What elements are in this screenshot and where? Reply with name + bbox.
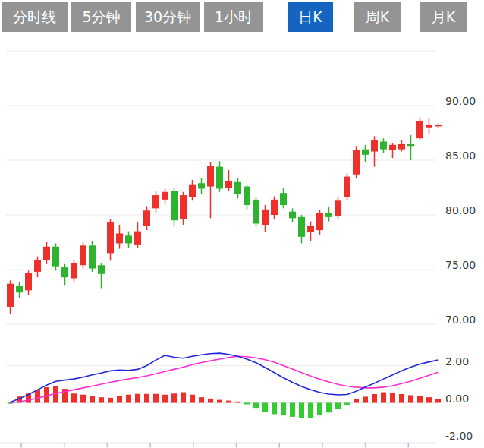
candle-body [116, 233, 123, 243]
candle-body [152, 195, 159, 208]
macd-bar [71, 393, 77, 402]
candlestick-series [7, 118, 442, 314]
macd-bar [244, 403, 250, 405]
macd-bar [326, 403, 332, 413]
candle-body [325, 213, 332, 217]
tab-timeline[interactable]: 分时线 [2, 2, 68, 32]
macd-bar [317, 403, 322, 415]
candle-body [134, 232, 141, 245]
macd-bar [217, 400, 222, 403]
macd-bar [426, 397, 432, 402]
tab-daily-k[interactable]: 日K [288, 2, 333, 32]
candle-body [25, 273, 32, 290]
macd-bar [381, 393, 386, 403]
candle-body [389, 145, 396, 150]
macd-bar [272, 403, 277, 415]
price-axis-label: 85.00 [445, 150, 476, 162]
macd-axis-label: 2.00 [445, 355, 469, 368]
macd-bar [308, 403, 313, 418]
candle-body [125, 235, 132, 243]
tab-weekly-k[interactable]: 周K [354, 2, 401, 32]
macd-axis-label: 0.00 [445, 393, 469, 405]
candle-body [380, 142, 387, 150]
candle-body [353, 150, 360, 175]
macd-bar [262, 403, 268, 412]
candle-body [435, 125, 442, 126]
macd-bar [344, 403, 350, 405]
candle-body [189, 185, 196, 197]
macd-bar [144, 394, 149, 403]
candle-body [80, 245, 86, 265]
macd-bar [208, 399, 213, 403]
macd-axis-labels: 2.000.00-2.00 [445, 355, 473, 442]
candle-body [71, 263, 77, 278]
macd-bar [35, 390, 40, 402]
candle-body [89, 245, 96, 268]
macd-bar [153, 394, 159, 403]
candle-body [262, 210, 269, 225]
candle-body [180, 195, 187, 219]
macd-bar [190, 395, 195, 403]
candle-body [16, 286, 23, 293]
candle-body [143, 210, 150, 226]
macd-bar [171, 393, 177, 402]
tab-1hour[interactable]: 1小时 [204, 2, 263, 32]
macd-bar [435, 399, 441, 402]
macd-bar [117, 396, 122, 402]
tab-30min[interactable]: 30分钟 [136, 2, 200, 32]
macd-bar [299, 403, 304, 418]
candle-body [371, 140, 378, 151]
candle-body [171, 191, 178, 220]
macd-bar [226, 401, 231, 403]
candle-body [407, 144, 414, 146]
kline-chart: 90.0085.0080.0075.0070.002.000.00-2.00 [0, 0, 484, 448]
macd-bar [399, 394, 404, 403]
macd-bar [199, 397, 204, 402]
tab-monthly-k[interactable]: 月K [420, 2, 467, 32]
time-axis [0, 443, 436, 448]
macd-bar [354, 399, 359, 403]
candle-body [225, 181, 232, 188]
candle-body [52, 247, 59, 267]
price-axis-label: 80.00 [445, 204, 476, 216]
macd-bar [335, 403, 341, 409]
macd-bar [80, 395, 86, 403]
candle-body [107, 222, 114, 253]
candle-body [162, 192, 168, 200]
candle-body [34, 260, 41, 272]
candle-body [426, 125, 432, 128]
macd-bar [281, 403, 286, 416]
macd-bar [372, 394, 377, 403]
macd-bar [235, 402, 240, 403]
candle-body [207, 166, 214, 186]
candle-body [316, 213, 323, 230]
candle-body [98, 265, 105, 274]
macd-bar [363, 396, 368, 402]
candle-body [61, 267, 68, 277]
price-axis-labels: 90.0085.0080.0075.0070.00 [445, 95, 476, 326]
candle-body [244, 187, 250, 205]
candle-body [298, 217, 305, 237]
macd-bar [126, 395, 131, 403]
candle-body [289, 212, 296, 219]
candle-body [280, 193, 287, 205]
candle-body [307, 226, 314, 232]
candle-body [416, 121, 423, 138]
price-axis-label: 75.00 [445, 259, 476, 271]
macd-bar [390, 393, 395, 403]
candle-body [43, 247, 50, 260]
macd-bar [99, 397, 104, 402]
candle-body [271, 200, 278, 215]
tab-5min[interactable]: 5分钟 [71, 2, 131, 32]
macd-bar [108, 398, 113, 403]
macd-bar [408, 395, 413, 402]
macd-bar [417, 396, 423, 403]
macd-bar [181, 393, 186, 403]
macd-bar [135, 394, 140, 403]
timeframe-tabbar: 分时线 5分钟 30分钟 1小时 日K 周K 月K [0, 0, 484, 35]
candle-body [234, 182, 241, 194]
macd-histogram [8, 386, 441, 418]
macd-axis-label: -2.00 [445, 430, 473, 442]
candle-body [216, 167, 223, 189]
candle-body [335, 200, 341, 216]
